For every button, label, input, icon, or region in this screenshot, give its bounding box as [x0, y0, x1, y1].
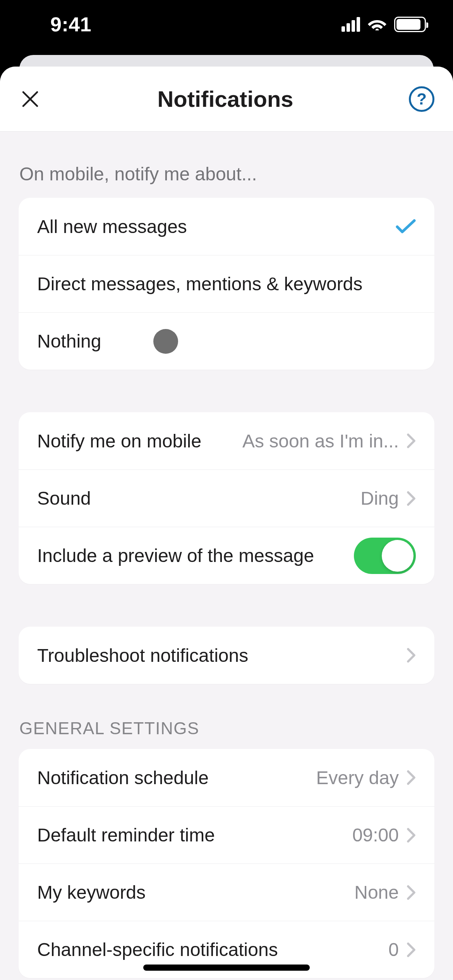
reminder-row[interactable]: Default reminder time 09:00 [19, 806, 434, 863]
row-label: Notification schedule [37, 767, 209, 788]
status-indicators [341, 17, 426, 32]
chevron-right-icon [407, 828, 416, 843]
row-label: Troubleshoot notifications [37, 645, 248, 666]
battery-icon [394, 17, 426, 32]
row-value: Ding [360, 488, 399, 509]
check-icon [396, 219, 416, 234]
status-time: 9:41 [50, 13, 91, 36]
option-all-messages[interactable]: All new messages [19, 198, 434, 255]
option-label: Direct messages, mentions & keywords [37, 273, 362, 295]
notify-timing-row[interactable]: Notify me on mobile As soon as I'm in... [19, 412, 434, 469]
row-label: Include a preview of the message [37, 545, 314, 566]
option-nothing[interactable]: Nothing [19, 312, 434, 370]
nav-bar: Notifications ? [0, 67, 453, 132]
cellular-icon [341, 17, 360, 32]
chevron-right-icon [407, 491, 416, 506]
touch-indicator-icon [153, 329, 178, 354]
schedule-row[interactable]: Notification schedule Every day [19, 749, 434, 806]
chevron-right-icon [407, 942, 416, 958]
row-value: 09:00 [352, 824, 399, 846]
row-value: 0 [388, 939, 399, 960]
row-value: None [354, 882, 399, 903]
close-icon [21, 90, 39, 108]
help-icon: ? [417, 90, 427, 108]
content-scroll[interactable]: On mobile, notify me about... All new me… [0, 132, 453, 978]
home-indicator[interactable] [143, 965, 310, 971]
row-label: Default reminder time [37, 824, 215, 846]
option-label: Nothing [37, 331, 101, 352]
troubleshoot-group: Troubleshoot notifications [19, 627, 434, 684]
mobile-prefs-group: Notify me on mobile As soon as I'm in...… [19, 412, 434, 584]
chevron-right-icon [407, 433, 416, 449]
row-label: Channel-specific notifications [37, 939, 278, 960]
status-bar: 9:41 [0, 0, 453, 54]
notify-about-group: All new messages Direct messages, mentio… [19, 198, 434, 370]
settings-sheet: Notifications ? On mobile, notify me abo… [0, 67, 453, 980]
general-settings-group: Notification schedule Every day Default … [19, 749, 434, 978]
keywords-row[interactable]: My keywords None [19, 863, 434, 921]
row-value: As soon as I'm in... [242, 430, 399, 452]
row-value: Every day [316, 767, 399, 788]
section-header-notify-about: On mobile, notify me about... [0, 132, 453, 198]
chevron-right-icon [407, 885, 416, 900]
troubleshoot-row[interactable]: Troubleshoot notifications [19, 627, 434, 684]
sound-row[interactable]: Sound Ding [19, 469, 434, 527]
preview-toggle[interactable] [354, 538, 416, 574]
row-label: Notify me on mobile [37, 430, 201, 452]
help-button[interactable]: ? [409, 86, 434, 112]
option-label: All new messages [37, 216, 187, 237]
row-label: Sound [37, 488, 91, 509]
preview-toggle-row[interactable]: Include a preview of the message [19, 527, 434, 584]
option-dm-mentions[interactable]: Direct messages, mentions & keywords [19, 255, 434, 312]
close-button[interactable] [19, 87, 42, 111]
wifi-icon [368, 17, 386, 32]
chevron-right-icon [407, 770, 416, 785]
row-label: My keywords [37, 882, 146, 903]
section-header-general: General Settings [0, 684, 453, 749]
chevron-right-icon [407, 648, 416, 663]
page-title: Notifications [157, 86, 293, 112]
